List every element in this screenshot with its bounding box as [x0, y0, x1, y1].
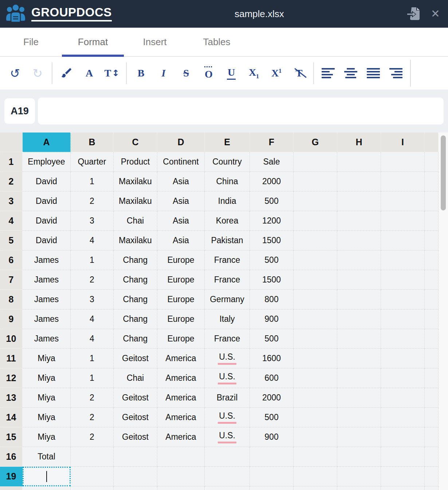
cell-H11[interactable]: [337, 349, 381, 368]
tab-insert[interactable]: Insert: [124, 28, 186, 56]
row-header-13[interactable]: 13: [0, 388, 23, 408]
cell-B16[interactable]: [71, 447, 114, 467]
cell-D7[interactable]: Europe: [157, 270, 205, 290]
formula-input[interactable]: [38, 98, 444, 125]
cell-partial[interactable]: [205, 486, 250, 490]
cell-C6[interactable]: Chang: [114, 250, 157, 270]
cell-C19[interactable]: [114, 467, 157, 486]
cell-I10[interactable]: [381, 329, 425, 349]
cell-E2[interactable]: China: [205, 172, 250, 191]
cell-A11[interactable]: Miya: [23, 349, 71, 368]
cell-B9[interactable]: 4: [71, 309, 114, 329]
cell-D3[interactable]: Asia: [157, 191, 205, 211]
row-header-7[interactable]: 7: [0, 270, 23, 290]
cell-B13[interactable]: 2: [71, 388, 114, 408]
cell-E15[interactable]: U.S.: [205, 427, 250, 447]
cell-I12[interactable]: [381, 368, 425, 388]
tab-file[interactable]: File: [0, 28, 62, 56]
cell-H10[interactable]: [337, 329, 381, 349]
cell-C9[interactable]: Chang: [114, 309, 157, 329]
subscript-button[interactable]: X1: [243, 62, 265, 84]
cell-C14[interactable]: Geitost: [114, 408, 157, 427]
cell-H13[interactable]: [337, 388, 381, 408]
cell-A5[interactable]: David: [23, 231, 71, 250]
underline-button[interactable]: U: [220, 62, 243, 84]
letter-accents-button[interactable]: O: [197, 62, 220, 84]
cell-F12[interactable]: 600: [250, 368, 294, 388]
cell-B5[interactable]: 4: [71, 231, 114, 250]
cell-F7[interactable]: 1500: [250, 270, 294, 290]
format-painter-button[interactable]: [55, 62, 78, 84]
cell-F2[interactable]: 2000: [250, 172, 294, 191]
cell-E3[interactable]: India: [205, 191, 250, 211]
cell-I2[interactable]: [381, 172, 425, 191]
cell-H19[interactable]: [337, 467, 381, 486]
cell-A1[interactable]: Employee: [23, 152, 71, 172]
cell-F8[interactable]: 800: [250, 290, 294, 309]
cell-I19[interactable]: [381, 467, 425, 486]
row-header-16[interactable]: 16: [0, 447, 23, 467]
cell-H9[interactable]: [337, 309, 381, 329]
cell-D8[interactable]: Europe: [157, 290, 205, 309]
cell-C4[interactable]: Chai: [114, 211, 157, 231]
cell-I1[interactable]: [381, 152, 425, 172]
cell-A8[interactable]: James: [23, 290, 71, 309]
cell-G5[interactable]: [294, 231, 337, 250]
cell-F3[interactable]: 500: [250, 191, 294, 211]
cell-partial[interactable]: [114, 486, 157, 490]
cell-B14[interactable]: 2: [71, 408, 114, 427]
cell-F10[interactable]: 500: [250, 329, 294, 349]
row-header-10[interactable]: 10: [0, 329, 23, 349]
cell-F13[interactable]: 2000: [250, 388, 294, 408]
cell-A2[interactable]: David: [23, 172, 71, 191]
cell-G9[interactable]: [294, 309, 337, 329]
column-header-C[interactable]: C: [114, 133, 157, 152]
cell-G8[interactable]: [294, 290, 337, 309]
cell-D16[interactable]: [157, 447, 205, 467]
cell-D10[interactable]: Europe: [157, 329, 205, 349]
cell-G12[interactable]: [294, 368, 337, 388]
cell-G3[interactable]: [294, 191, 337, 211]
cell-G6[interactable]: [294, 250, 337, 270]
cell-partial[interactable]: [250, 486, 294, 490]
cell-D12[interactable]: America: [157, 368, 205, 388]
cell-G14[interactable]: [294, 408, 337, 427]
cell-H12[interactable]: [337, 368, 381, 388]
cell-A9[interactable]: James: [23, 309, 71, 329]
cell-A13[interactable]: Miya: [23, 388, 71, 408]
cell-G13[interactable]: [294, 388, 337, 408]
row-header-19[interactable]: 19: [0, 467, 23, 486]
cell-D2[interactable]: Asia: [157, 172, 205, 191]
cell-I7[interactable]: [381, 270, 425, 290]
cell-C3[interactable]: Maxilaku: [114, 191, 157, 211]
cell-F15[interactable]: 900: [250, 427, 294, 447]
cell-B6[interactable]: 1: [71, 250, 114, 270]
cell-H15[interactable]: [337, 427, 381, 447]
cell-E4[interactable]: Korea: [205, 211, 250, 231]
cell-C13[interactable]: Geitost: [114, 388, 157, 408]
cell-G10[interactable]: [294, 329, 337, 349]
cell-E14[interactable]: U.S.: [205, 408, 250, 427]
cell-F14[interactable]: 500: [250, 408, 294, 427]
vertical-scrollbar[interactable]: [441, 135, 446, 210]
row-header-6[interactable]: 6: [0, 250, 23, 270]
cell-partial[interactable]: [157, 486, 205, 490]
cell-E12[interactable]: U.S.: [205, 368, 250, 388]
cell-D11[interactable]: America: [157, 349, 205, 368]
cell-E10[interactable]: France: [205, 329, 250, 349]
cell-D4[interactable]: Asia: [157, 211, 205, 231]
cell-I3[interactable]: [381, 191, 425, 211]
cell-G1[interactable]: [294, 152, 337, 172]
cell-C10[interactable]: Chang: [114, 329, 157, 349]
cell-C15[interactable]: Geitost: [114, 427, 157, 447]
cell-I14[interactable]: [381, 408, 425, 427]
column-header-I[interactable]: I: [381, 133, 425, 152]
cell-B8[interactable]: 3: [71, 290, 114, 309]
cell-I4[interactable]: [381, 211, 425, 231]
row-header-2[interactable]: 2: [0, 172, 23, 191]
cell-D15[interactable]: America: [157, 427, 205, 447]
cell-B4[interactable]: 3: [71, 211, 114, 231]
cell-A14[interactable]: Miya: [23, 408, 71, 427]
cell-H6[interactable]: [337, 250, 381, 270]
cell-G19[interactable]: [294, 467, 337, 486]
